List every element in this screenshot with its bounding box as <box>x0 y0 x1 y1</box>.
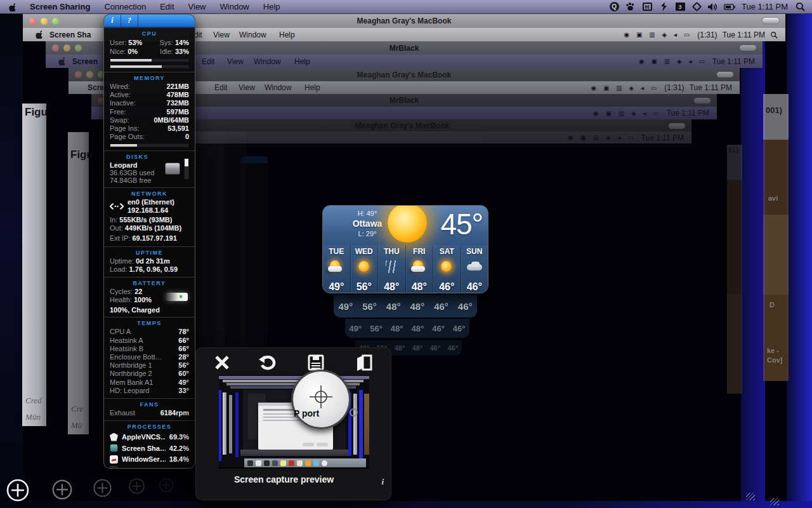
section-header: CPU <box>110 30 189 37</box>
screen-capture-panel: P port Screen capture preview i <box>195 347 391 500</box>
section-header: BATTERY <box>110 280 189 286</box>
remote-menu-item[interactable]: Window <box>239 30 266 39</box>
section-header: UPTIME <box>110 250 189 256</box>
istat-widget: i ? CPU User: 53%Sys: 14% Nice: 0%Idle: … <box>103 14 195 469</box>
apple-icon <box>36 30 44 39</box>
thumb-blue-bar <box>359 390 363 461</box>
figure-label: Figu <box>25 106 48 119</box>
remote-app-menu: Screen <box>72 57 98 66</box>
loupe-handle-ring <box>350 408 358 417</box>
forecast-day: FRI48° <box>405 245 433 293</box>
disk-icon <box>165 163 180 175</box>
close-button[interactable] <box>209 352 235 373</box>
cpu-section: CPU User: 53%Sys: 14% Nice: 0%Idle: 33% <box>104 27 195 72</box>
remote-menu-item: Window <box>254 57 281 66</box>
widget-info-button[interactable]: i <box>381 477 384 487</box>
remote-menubar: ◉ ▣ ▥ ◈ ◂ ▭ Tue 1:11 PM <box>113 131 691 144</box>
spotlight-icon[interactable] <box>770 31 778 39</box>
low-temp: L: 29° <box>342 230 393 237</box>
help-tab-button[interactable]: ? <box>121 15 138 27</box>
menubar-clock[interactable]: Tue 1:11 PM <box>740 2 789 11</box>
section-header: TEMPS <box>110 320 189 326</box>
resize-grip[interactable] <box>770 498 779 505</box>
menu-item-help[interactable]: Help <box>256 0 287 14</box>
undo-button[interactable] <box>255 352 280 373</box>
history-box-icon[interactable]: H <box>643 3 652 11</box>
remote-clock: Tue 1:11 PM <box>641 133 684 142</box>
diamond-icon[interactable] <box>691 2 702 12</box>
current-temp: 45° <box>440 207 483 241</box>
file-label: 01) <box>728 146 738 154</box>
thumb-dock <box>244 458 366 468</box>
spotlight-icon[interactable] <box>794 2 806 12</box>
remote-menu-item: Window <box>265 83 292 92</box>
applevnc-process-icon <box>110 433 118 441</box>
magnifier-loupe[interactable] <box>291 370 351 429</box>
remote-status-icons: ◉ ▣ ▥ ◈ ◂ ▭ <box>591 84 660 91</box>
battery-icon[interactable] <box>724 2 735 12</box>
remote-window-titlebar: Meaghan Gray's MacBook <box>113 119 691 131</box>
add-widget-button[interactable] <box>6 478 30 502</box>
apple-menu-icon[interactable] <box>9 3 18 11</box>
memory-bar <box>110 144 189 147</box>
disks-section: DISKS Leopard 36.63GB used 74.84GB free <box>104 150 195 187</box>
screen-sharing-process-icon <box>110 444 118 452</box>
forecast-day: SUN46° <box>461 245 488 293</box>
weather-header: H: 49° Ottawa L: 29° 45° <box>323 206 488 245</box>
add-widget-button-echo <box>51 479 73 500</box>
desktop-left-band <box>0 14 23 508</box>
resize-grip[interactable] <box>746 493 755 500</box>
desktop-blue-band-mid <box>741 38 765 505</box>
file-label: ke - <box>767 347 779 354</box>
section-header: PROCESSES <box>110 424 189 430</box>
windowserver-process-icon <box>110 455 118 464</box>
menu-item-window[interactable]: Window <box>213 0 256 14</box>
windy-cloud-icon <box>466 260 483 274</box>
weather-widget-echo: 49°56°48°48°46°46° <box>334 295 477 318</box>
remote-status-icons: ◉ ▣ ▥ ◈ ◂ ▭ <box>593 110 662 117</box>
file-label: Cov] <box>767 356 782 364</box>
app-menu[interactable]: Screen Sharing <box>23 0 97 14</box>
remote-window-title: Meaghan Gray's MacBook <box>113 121 691 130</box>
file-label: avi <box>768 194 778 202</box>
desktop-blue-band-edge <box>787 0 812 508</box>
thumb-doc-strip <box>223 392 226 455</box>
info-tab-button[interactable]: i <box>104 15 121 27</box>
sunny-icon <box>356 260 372 274</box>
loupe-label: P port <box>294 408 319 418</box>
section-header: FANS <box>110 401 189 408</box>
paw-icon[interactable] <box>625 2 636 12</box>
menu-item-edit[interactable]: Edit <box>153 0 181 14</box>
bolt-icon[interactable] <box>658 2 669 12</box>
export-door-button[interactable] <box>351 352 377 373</box>
quicksilver-icon[interactable]: Q <box>610 2 619 11</box>
weather-widget: H: 49° Ottawa L: 29° 45° TUE49° WED56° T… <box>322 205 488 293</box>
thumb-bottom <box>219 467 369 469</box>
background-file-strip: 001) avi D ke - Cov] <box>763 94 789 381</box>
disk-usage-gauge <box>184 158 189 180</box>
forecast-day: SAT46° <box>433 245 461 293</box>
forecast-day: THU48° <box>377 245 405 293</box>
remote-clock: Tue 1:11 PM <box>667 109 709 117</box>
volume-icon[interactable] <box>707 2 719 12</box>
add-widget-button-echo <box>159 478 174 493</box>
remote-menu-item[interactable]: Help <box>279 30 295 39</box>
uptime-section: UPTIME Uptime: 0d 2h 31m Load: 1.76, 0.9… <box>104 246 195 277</box>
remote-clock: Tue 1:11 PM <box>723 30 765 39</box>
weather-forecast-row: TUE49° WED56° THU48° FRI48° SAT46° SUN46… <box>323 245 488 293</box>
cpu-bar-2 <box>110 65 189 69</box>
menu-item-connection[interactable]: Connection <box>97 0 153 14</box>
thumb-cover-strip <box>364 394 369 455</box>
remote-app-menu[interactable]: Screen Sha <box>49 30 91 39</box>
sunny-icon <box>438 260 455 274</box>
credit-text: Cred <box>25 396 42 406</box>
spaces-icon[interactable]: 3 <box>676 3 685 11</box>
minimize-pill-button[interactable] <box>763 18 779 23</box>
menu-item-view[interactable]: View <box>181 0 213 14</box>
partly-sunny-icon <box>411 260 428 274</box>
desktop-bottom-band <box>0 501 812 508</box>
rain-icon <box>386 260 397 273</box>
remote-menu-item[interactable]: View <box>213 30 230 39</box>
network-section: NETWORK en0 (Ethernet)192.168.1.64 In: 5… <box>104 187 195 246</box>
credit-text: Mün <box>25 412 41 422</box>
